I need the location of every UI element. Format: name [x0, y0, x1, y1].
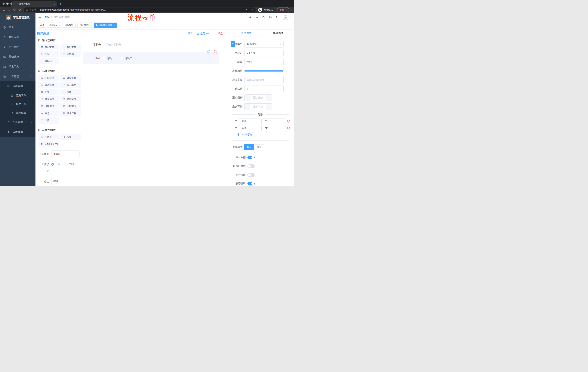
- route-tab[interactable]: 流程表单-编辑 ×: [94, 22, 117, 28]
- status-off-radio[interactable]: 关闭: [65, 163, 74, 166]
- sidebar-item[interactable]: 工作流程: [0, 72, 35, 81]
- toolbar-chevron-icon[interactable]: ▾: [291, 9, 292, 11]
- remove-option-icon[interactable]: [287, 120, 290, 123]
- palette-item[interactable]: 下拉选择: [38, 74, 59, 81]
- palette-item[interactable]: 单选框组: [38, 82, 59, 88]
- route-tab[interactable]: 流程定义 ×: [47, 22, 62, 28]
- route-tab[interactable]: 流程表单 ×: [79, 22, 93, 28]
- palette-item[interactable]: 评分: [38, 110, 59, 117]
- bookmark-star-icon[interactable]: ☆: [251, 8, 254, 11]
- browser-tab[interactable]: 芋道管理系统 ×: [11, 1, 57, 7]
- palette-item[interactable]: 日期选择: [38, 103, 59, 109]
- palette-item[interactable]: 123 计数器: [60, 51, 81, 57]
- palette-item[interactable]: 上传: [38, 117, 59, 124]
- breadcrumb-home[interactable]: 首页: [44, 15, 50, 19]
- drag-handle-icon[interactable]: [234, 127, 237, 130]
- status-on-radio[interactable]: 开启: [51, 163, 60, 166]
- component-type-select[interactable]: 多选框组: [244, 41, 284, 47]
- option-value-input[interactable]: [263, 125, 285, 131]
- toggle-switch[interactable]: [247, 156, 255, 159]
- palette-item[interactable]: 滑块: [60, 89, 81, 95]
- increase-button[interactable]: +: [266, 104, 272, 110]
- palette-item[interactable]: 编辑器: [38, 58, 59, 64]
- label-width-input[interactable]: [244, 77, 284, 83]
- palette-item[interactable]: 单行文本: [38, 44, 59, 50]
- title-input[interactable]: [244, 59, 284, 65]
- palette-item[interactable]: 多行文本: [60, 44, 81, 50]
- browser-update-button[interactable]: 更新 ⋮: [277, 7, 289, 12]
- checkbox-icon[interactable]: [102, 57, 105, 60]
- delete-component-button[interactable]: [213, 50, 217, 54]
- sidebar-subitem[interactable]: 任务管理: [0, 117, 35, 127]
- maximize-window-button[interactable]: [10, 2, 12, 5]
- sidebar-item[interactable]: 研发工具: [0, 62, 35, 72]
- back-button[interactable]: ←: [2, 8, 7, 11]
- forward-button[interactable]: →: [7, 8, 12, 11]
- tab-close-icon[interactable]: ×: [53, 3, 55, 5]
- password-key-icon[interactable]: [246, 9, 248, 11]
- avatar[interactable]: [283, 14, 288, 20]
- search-icon[interactable]: [248, 15, 252, 19]
- toggle-switch[interactable]: [247, 182, 255, 185]
- help-icon[interactable]: [262, 15, 265, 19]
- checkbox-icon[interactable]: [120, 57, 123, 60]
- github-icon[interactable]: [255, 15, 259, 19]
- tab-component-props[interactable]: 组件属性: [230, 29, 262, 37]
- grid-slider[interactable]: [244, 70, 284, 72]
- form-name-input[interactable]: [51, 150, 80, 157]
- sidebar-subitem[interactable]: 流程表单: [0, 91, 35, 100]
- copy-component-button[interactable]: [207, 50, 211, 54]
- palette-item[interactable]: 时间范围: [60, 96, 81, 102]
- palette-item[interactable]: 密码: [38, 51, 59, 57]
- palette-item[interactable]: 行容器: [38, 134, 59, 140]
- sidebar-subitem[interactable]: 请假查询: [0, 127, 35, 137]
- palette-item[interactable]: 级联选择: [60, 74, 81, 81]
- max-select-value[interactable]: 最多可选: [250, 104, 266, 110]
- avatar-caret-icon[interactable]: ▾: [290, 16, 291, 18]
- address-bar[interactable]: ⚠ 不安全 dashboard.yudao.iocoder.cn/bpm/man…: [24, 8, 256, 12]
- sidebar-item[interactable]: ¥ 支付管理: [0, 42, 35, 52]
- collapse-sidebar-icon[interactable]: [38, 15, 41, 18]
- route-tab[interactable]: 流程模型 ×: [63, 22, 77, 28]
- gender-checkbox-option[interactable]: 选项二: [120, 57, 132, 60]
- designer-action-button[interactable]: 清空: [214, 32, 223, 35]
- palette-item[interactable]: 按钮: [60, 134, 81, 140]
- route-tab-close-icon[interactable]: ×: [59, 24, 60, 26]
- designer-action-button[interactable]: 查看json: [197, 32, 210, 35]
- toggle-switch[interactable]: [247, 173, 255, 177]
- new-tab-button[interactable]: +: [60, 2, 62, 6]
- option-label-input[interactable]: [239, 118, 262, 124]
- gender-checkbox-option[interactable]: 选项一: [102, 57, 114, 60]
- palette-item[interactable]: 时间选择: [38, 96, 59, 102]
- add-option-button[interactable]: 添加选项: [237, 133, 289, 136]
- min-select-value[interactable]: 至少应选: [250, 95, 266, 101]
- phone-input[interactable]: 请输入手机号: [103, 41, 219, 48]
- tab-form-props[interactable]: 表单属性: [262, 29, 294, 37]
- browser-menu-dots-icon[interactable]: ⋮: [285, 9, 288, 11]
- slider-thumb[interactable]: [282, 70, 285, 73]
- close-window-button[interactable]: [2, 2, 5, 5]
- sidebar-subitem[interactable]: 流程模型: [0, 109, 35, 117]
- route-tab-close-icon[interactable]: ×: [74, 24, 76, 26]
- palette-item[interactable]: 开关: [38, 89, 59, 95]
- drag-handle-icon[interactable]: [234, 120, 237, 123]
- route-tab-close-icon[interactable]: ×: [114, 24, 115, 26]
- sidebar-item[interactable]: 首页: [0, 22, 35, 32]
- sidebar-item[interactable]: ⚙ 系统管理: [0, 32, 35, 42]
- canvas-field-phone[interactable]: 手机号 请输入手机号: [81, 41, 219, 48]
- minimize-window-button[interactable]: [6, 2, 9, 5]
- link-tag-button[interactable]: [231, 41, 235, 47]
- palette-item[interactable]: 日期范围: [60, 103, 81, 109]
- form-remark-textarea[interactable]: [51, 178, 79, 186]
- toggle-switch[interactable]: [247, 164, 255, 168]
- default-value-input[interactable]: [244, 85, 284, 92]
- decrease-button[interactable]: −: [244, 95, 250, 101]
- palette-item[interactable]: 多选框组: [60, 82, 81, 88]
- decrease-button[interactable]: −: [244, 104, 250, 110]
- palette-item[interactable]: 表格[开发中]: [38, 141, 59, 147]
- remove-option-icon[interactable]: [287, 127, 290, 130]
- option-style-button[interactable]: 默认: [244, 144, 254, 150]
- increase-button[interactable]: +: [266, 95, 272, 101]
- home-button[interactable]: [17, 8, 22, 11]
- option-label-input[interactable]: [239, 125, 262, 131]
